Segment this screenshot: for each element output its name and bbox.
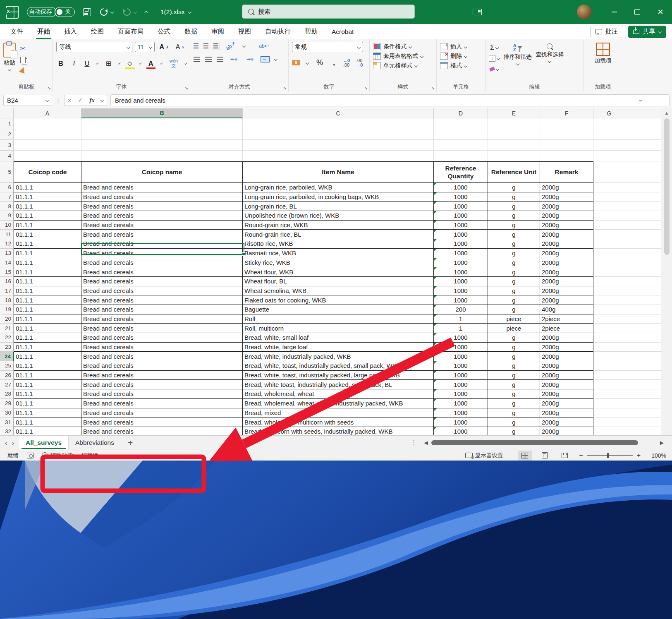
cell-G5[interactable]	[593, 161, 625, 183]
cell-E13[interactable]: g	[488, 249, 540, 258]
percent-style-icon[interactable]: %	[314, 58, 325, 68]
number-dialog-launcher[interactable]: ↘	[364, 85, 368, 91]
cell-G17[interactable]	[593, 286, 625, 296]
delete-cells-button[interactable]: 删除	[440, 51, 482, 61]
sort-filter-button[interactable]: AZ 排序和筛选	[504, 43, 532, 65]
cell-C17[interactable]: Wheat semolina, WKB	[243, 286, 434, 296]
cell-A9[interactable]: 01.1.1	[14, 211, 81, 221]
hscroll-right-arrow-icon[interactable]: ▶	[657, 440, 667, 446]
cell-H3[interactable]	[625, 140, 661, 151]
accounting-format-icon[interactable]: ¥	[292, 60, 300, 65]
cell-A8[interactable]: 01.1.1	[14, 202, 81, 211]
cell-F27[interactable]: 2000g	[540, 380, 593, 389]
cell-B16[interactable]: Bread and cereals	[81, 277, 243, 286]
cell-G12[interactable]	[593, 239, 625, 249]
row-header-1[interactable]: 1	[0, 118, 14, 129]
table-header-remark[interactable]: Remark	[540, 161, 593, 183]
cell-F6[interactable]: 2000g	[540, 183, 593, 192]
increase-indent-icon[interactable]: ⇥≡	[244, 55, 256, 63]
borders-icon[interactable]: ⊞	[103, 59, 113, 68]
row-header-11[interactable]: 11	[0, 230, 14, 239]
format-painter-icon[interactable]	[19, 66, 26, 74]
cell-F13[interactable]: 2000g	[540, 249, 593, 258]
cell-D6[interactable]: 1000	[434, 183, 488, 192]
cell-B30[interactable]: Bread and cereals	[81, 408, 243, 418]
cell-D31[interactable]: 1000	[434, 417, 488, 427]
phonetic-guide-icon[interactable]: wén 文	[167, 58, 180, 69]
cell-E8[interactable]: g	[488, 202, 540, 211]
cell-B25[interactable]: Bread and cereals	[81, 361, 243, 371]
cell-H20[interactable]	[625, 314, 661, 324]
select-all-corner[interactable]	[0, 108, 14, 118]
column-header-F[interactable]: F	[540, 108, 593, 118]
hscroll-left-arrow-icon[interactable]: ◀	[421, 440, 431, 446]
cell-A7[interactable]: 01.1.1	[14, 192, 81, 202]
align-middle-icon[interactable]	[203, 43, 208, 48]
row-header-8[interactable]: 8	[0, 202, 14, 211]
comma-style-icon[interactable]: ,	[331, 58, 337, 68]
cell-B11[interactable]: Bread and cereals	[81, 230, 243, 239]
cell-B20[interactable]: Bread and cereals	[81, 314, 243, 324]
cell-E15[interactable]: g	[488, 267, 540, 277]
cell-A16[interactable]: 01.1.1	[14, 277, 81, 286]
align-bottom-icon[interactable]	[213, 43, 218, 48]
accessibility-status[interactable]: ✓ 辅助功能: 一切就绪	[38, 452, 103, 459]
macro-record-icon[interactable]	[23, 453, 38, 458]
cell-D9[interactable]: 1000	[434, 211, 488, 221]
cell-H26[interactable]	[625, 371, 661, 380]
cell-H9[interactable]	[625, 211, 661, 221]
cell-G10[interactable]	[593, 221, 625, 230]
cell-F22[interactable]: 2000g	[540, 333, 593, 343]
cell-A30[interactable]: 01.1.1	[14, 408, 81, 418]
cell-F28[interactable]: 2000g	[540, 389, 593, 399]
cell-G22[interactable]	[593, 333, 625, 343]
paste-button[interactable]: 粘贴	[3, 43, 16, 71]
cell-G1[interactable]	[593, 118, 625, 129]
sheet-tab-abbreviations[interactable]: Abbreviations	[69, 436, 121, 450]
cell-F21[interactable]: 2piece	[540, 324, 593, 333]
cell-A4[interactable]	[14, 151, 81, 161]
cell-F24[interactable]: 2000g	[540, 352, 593, 361]
cell-A11[interactable]: 01.1.1	[14, 230, 81, 239]
autosave-toggle[interactable]: 自动保存	[27, 7, 56, 17]
row-header-29[interactable]: 29	[0, 399, 14, 408]
styles-dialog-launcher[interactable]: ↘	[431, 85, 435, 91]
cell-A29[interactable]: 01.1.1	[14, 399, 81, 408]
cell-D3[interactable]	[434, 140, 488, 151]
cell-E16[interactable]: g	[488, 277, 540, 286]
cell-E4[interactable]	[488, 151, 540, 161]
cell-G14[interactable]	[593, 258, 625, 268]
font-name-select[interactable]: 等线	[56, 42, 132, 52]
cell-A15[interactable]: 01.1.1	[14, 267, 81, 277]
cell-E20[interactable]: piece	[488, 314, 540, 324]
column-header-E[interactable]: E	[488, 108, 540, 118]
cell-A6[interactable]: 01.1.1	[14, 183, 81, 192]
format-as-table-button[interactable]: 套用表格格式	[373, 51, 433, 61]
cell-A22[interactable]: 01.1.1	[14, 333, 81, 343]
cell-D1[interactable]	[434, 118, 488, 129]
cell-D30[interactable]: 1000	[434, 408, 488, 418]
cell-A17[interactable]: 01.1.1	[14, 286, 81, 296]
page-layout-view-icon[interactable]	[538, 451, 552, 461]
cell-A24[interactable]: 01.1.1	[14, 352, 81, 361]
cell-H12[interactable]	[625, 239, 661, 249]
decrease-indent-icon[interactable]: ⇤≡	[228, 55, 239, 63]
cell-D18[interactable]: 1000	[434, 295, 488, 305]
ribbon-tab-开始[interactable]: 开始	[30, 24, 57, 39]
ribbon-tab-插入[interactable]: 插入	[57, 24, 84, 39]
cell-F23[interactable]: 2000g	[540, 343, 593, 352]
cell-C8[interactable]: Long-grain rice, BL	[243, 202, 434, 211]
cell-E28[interactable]: g	[488, 389, 540, 399]
cell-A14[interactable]: 01.1.1	[14, 258, 81, 268]
row-header-17[interactable]: 17	[0, 286, 14, 296]
formula-input[interactable]: Bread and cereals	[110, 94, 670, 106]
cell-C32[interactable]: Bread, multicorn with seeds, industriall…	[243, 427, 434, 435]
cell-D4[interactable]	[434, 151, 488, 161]
cell-F20[interactable]: 2piece	[540, 314, 593, 324]
cell-C24[interactable]: Bread, white, industrially packed, WKB	[243, 352, 434, 361]
cell-B13[interactable]: Bread and cereals	[81, 249, 243, 258]
row-header-26[interactable]: 26	[0, 371, 14, 380]
cell-D2[interactable]	[434, 129, 488, 140]
cancel-entry-icon[interactable]: ×	[68, 97, 72, 104]
cell-H18[interactable]	[625, 295, 661, 305]
